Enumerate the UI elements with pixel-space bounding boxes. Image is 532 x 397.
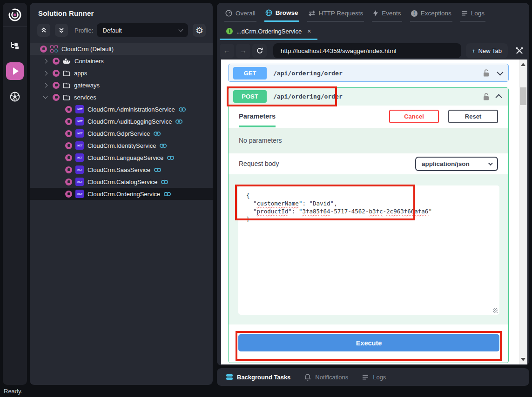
logs-button[interactable]: Logs (362, 374, 386, 381)
folder-icon (63, 70, 70, 76)
browser-tabbar: ...dCrm.OrderingService × (217, 24, 529, 40)
expand-all-button[interactable] (55, 24, 68, 37)
tree-row-service[interactable]: .NET CloudCrm.CatalogService (30, 176, 213, 188)
link-icon[interactable] (159, 143, 167, 148)
link-icon[interactable] (167, 155, 175, 160)
solution-tree: CloudCrm (Default) Containers apps (30, 43, 213, 200)
folder-icon (63, 94, 70, 100)
collapse-all-button[interactable] (37, 24, 50, 37)
new-tab-button[interactable]: + New Tab (466, 43, 508, 58)
tree-row-service[interactable]: .NET CloudCrm.IdentityService (30, 139, 213, 152)
post-method-badge: POST (233, 90, 267, 103)
scrollbar-thumb[interactable] (520, 87, 526, 105)
solution-icon (50, 45, 58, 53)
reset-button[interactable]: Reset (448, 110, 498, 123)
tree-row-service[interactable]: .NET CloudCrm.AdministrationService (30, 103, 213, 115)
refresh-button[interactable] (252, 44, 267, 58)
chevron-up-icon[interactable] (496, 94, 502, 100)
opblock-get-header[interactable]: GET /api/ordering/order (229, 64, 508, 82)
get-method-badge: GET (233, 67, 267, 79)
chevron-down-icon[interactable] (43, 94, 48, 99)
new-tab-label: New Tab (478, 47, 502, 54)
link-icon[interactable] (153, 131, 161, 136)
runner-toolbar: Profile: Default ⚙ (37, 23, 213, 37)
dotnet-badge: .NET (75, 117, 84, 126)
scroll-down-arrow[interactable] (521, 358, 525, 361)
browser-tools-button[interactable] (515, 46, 524, 55)
forward-icon: → (240, 46, 247, 55)
tree-row-services[interactable]: services (30, 91, 213, 103)
chevron-right-icon[interactable] (43, 71, 48, 75)
resize-handle[interactable] (493, 308, 498, 313)
forward-button[interactable]: → (236, 44, 250, 58)
notifications-label: Notifications (315, 374, 348, 381)
scroll-up-arrow[interactable] (521, 63, 525, 66)
request-body-header: Request body application/json (229, 153, 508, 175)
tab-label: HTTP Requests (319, 10, 364, 17)
cancel-button[interactable]: Cancel (389, 110, 439, 123)
tab-exceptions[interactable]: ! Exceptions (410, 8, 452, 22)
tree-label: services (74, 94, 96, 101)
tools-icon (515, 46, 524, 55)
close-icon[interactable]: × (307, 27, 311, 35)
link-icon[interactable] (178, 107, 186, 112)
chevron-down-icon[interactable] (497, 69, 503, 76)
tree-label: CloudCrm.GdprService (88, 130, 150, 137)
status-donut-icon (53, 70, 60, 77)
tree-row-service[interactable]: .NET CloudCrm.LanguageService (30, 152, 213, 164)
execute-button[interactable]: Execute (238, 334, 499, 351)
link-icon[interactable] (161, 179, 168, 185)
bell-icon (304, 374, 311, 381)
link-icon[interactable] (175, 119, 183, 124)
tree-row-service[interactable]: .NET CloudCrm.GdprService (30, 127, 213, 139)
kubernetes-button[interactable] (3, 85, 27, 109)
browser-tab-orderingservice[interactable]: ...dCrm.OrderingService × (220, 24, 317, 40)
tree-row-solution[interactable]: CloudCrm (Default) (30, 43, 213, 55)
content-type-select[interactable]: application/json (415, 157, 498, 171)
tab-overall[interactable]: Overall (224, 8, 256, 22)
parameters-tab[interactable]: Parameters (239, 112, 276, 127)
request-body-editor[interactable]: { "customerName": "David", "productId": … (238, 185, 499, 315)
gear-icon: ⚙ (195, 25, 203, 35)
tree-label: CloudCrm (Default) (61, 46, 114, 53)
background-tasks-icon (226, 374, 233, 380)
status-donut-icon (40, 46, 47, 53)
play-icon (13, 67, 19, 75)
unlock-icon[interactable] (483, 93, 490, 101)
tab-http-requests[interactable]: HTTP Requests (307, 8, 364, 22)
tree-row-containers[interactable]: Containers (30, 55, 213, 67)
tree-row-gateways[interactable]: gateways (30, 79, 213, 91)
link-icon[interactable] (154, 167, 162, 172)
tree-row-service-selected[interactable]: .NET CloudCrm.OrderingService (30, 188, 213, 200)
chevron-right-icon[interactable] (43, 59, 48, 63)
status-text: Ready. (4, 388, 22, 395)
runner-settings-button[interactable]: ⚙ (193, 24, 206, 37)
back-button[interactable]: ← (220, 44, 234, 58)
notifications-button[interactable]: Notifications (304, 374, 348, 381)
status-donut-icon (53, 58, 60, 65)
tree-row-apps[interactable]: apps (30, 67, 213, 79)
chevron-right-icon[interactable] (43, 83, 48, 87)
solution-runner-button[interactable] (6, 62, 24, 80)
status-donut-icon (65, 191, 72, 198)
opblock-post-header[interactable]: POST /api/ordering/order (229, 88, 508, 106)
tree-row-service[interactable]: .NET CloudCrm.AuditLoggingService (30, 115, 213, 127)
content-type-value: application/json (422, 160, 470, 167)
link-icon[interactable] (163, 192, 171, 197)
solution-explorer-button[interactable] (3, 33, 27, 58)
tab-logs[interactable]: Logs (460, 8, 485, 22)
opblock-post: POST /api/ordering/order Parameters Canc… (228, 87, 509, 363)
dotnet-badge: .NET (75, 141, 84, 150)
status-donut-icon (65, 106, 72, 113)
tree-label: CloudCrm.CatalogService (88, 179, 157, 185)
background-tasks-button[interactable]: Background Tasks (226, 374, 290, 381)
tab-browse[interactable]: Browse (264, 7, 299, 22)
content-scrollbar[interactable] (519, 60, 527, 364)
tab-events[interactable]: Events (372, 8, 402, 22)
tree-label: Containers (74, 58, 104, 65)
profile-select[interactable]: Default (97, 23, 188, 37)
solution-runner-panel: Solution Runner Profile: Default ⚙ Cloud… (30, 3, 213, 385)
address-bar[interactable]: http://localhost:44359/swagger/index.htm… (273, 43, 461, 58)
tree-row-service[interactable]: .NET CloudCrm.SaasService (30, 164, 213, 176)
unlock-icon[interactable] (483, 69, 490, 77)
